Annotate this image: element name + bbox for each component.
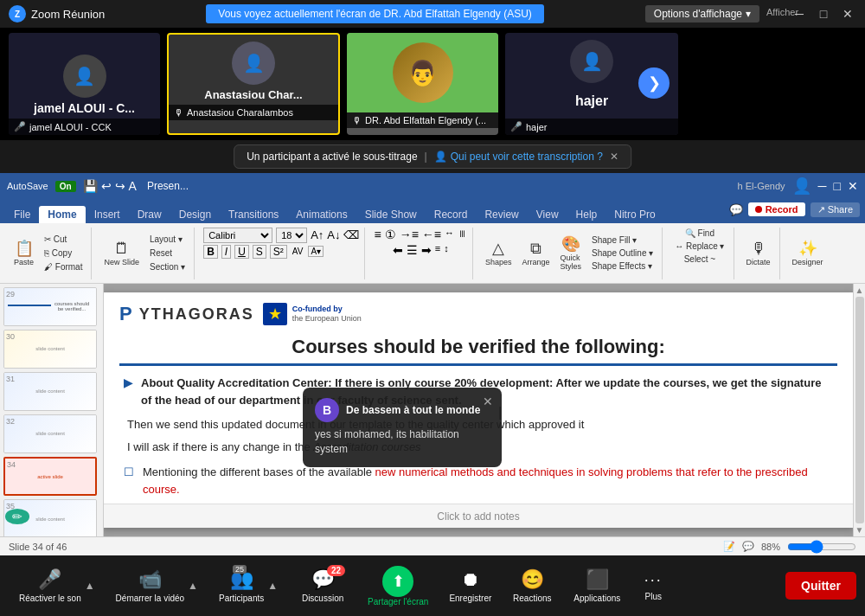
shape-fill-button[interactable]: Shape Fill ▾: [588, 234, 657, 246]
tab-view[interactable]: View: [528, 206, 567, 223]
ppt-close-button[interactable]: ✕: [848, 179, 858, 193]
share-button[interactable]: ↗ Share: [811, 202, 860, 217]
comment-icon[interactable]: 💬: [729, 203, 743, 216]
toolbar-more[interactable]: ··· Plus: [631, 566, 675, 606]
toolbar-video[interactable]: 📹 Démarrer la vidéo ▲: [106, 563, 208, 608]
numbering-button[interactable]: ①: [385, 228, 396, 241]
shadow-button[interactable]: S²: [270, 245, 287, 259]
notes-icon[interactable]: 📝: [723, 541, 735, 552]
tab-insert[interactable]: Insert: [86, 206, 129, 223]
format-painter-button[interactable]: 🖌 Format: [41, 261, 86, 273]
tab-draw[interactable]: Draw: [129, 206, 170, 223]
undo-icon[interactable]: ↩: [101, 179, 112, 193]
indent-more-button[interactable]: →≡: [400, 228, 419, 241]
autosave-toggle[interactable]: On: [55, 181, 76, 192]
toolbar-applications[interactable]: ⬛ Applications: [562, 563, 631, 608]
decrease-font-button[interactable]: A↓: [327, 228, 340, 241]
toolbar-record[interactable]: ⏺ Enregistrer: [439, 563, 502, 608]
line-spacing-button[interactable]: ↕: [444, 243, 449, 257]
format-icon[interactable]: A: [129, 179, 137, 193]
char-spacing-button[interactable]: AV: [291, 247, 305, 256]
indent-less-button[interactable]: ←≡: [422, 228, 441, 241]
who-can-see-button[interactable]: 👤 Qui peut voir cette transcription ?: [434, 151, 603, 163]
toast-close-button[interactable]: ✕: [610, 151, 618, 163]
tab-record[interactable]: Record: [426, 206, 477, 223]
participant-card-jamel[interactable]: 👤 jamel ALOUI - C... 🎤 jamel ALOUI - CCK: [9, 33, 160, 135]
toolbar-share[interactable]: ⬆ Partager l'écran: [357, 561, 439, 612]
increase-font-button[interactable]: A↑: [311, 228, 324, 241]
slide-content-area[interactable]: P YTHAGORAS ★ Co-funded by the European …: [104, 284, 853, 536]
slide-thumb-31[interactable]: 31 slide content: [3, 372, 97, 411]
close-button[interactable]: ✕: [839, 7, 856, 21]
font-size-select[interactable]: 18: [276, 228, 307, 243]
quick-styles-button[interactable]: 🎨 QuickStyles: [557, 234, 586, 273]
find-button[interactable]: 🔍 Find: [682, 228, 718, 239]
audio-expand-icon[interactable]: ▲: [85, 580, 95, 592]
save-icon[interactable]: 💾: [83, 179, 98, 193]
chat-close-button[interactable]: ✕: [483, 395, 493, 408]
tab-file[interactable]: File: [5, 206, 39, 223]
scroll-up-button[interactable]: ▲: [855, 286, 864, 295]
align-left-button[interactable]: ⬅: [393, 243, 403, 257]
vertical-scrollbar[interactable]: ▲ ▼: [853, 284, 865, 536]
columns-button[interactable]: ⫼: [458, 228, 467, 241]
tab-transitions[interactable]: Transitions: [220, 206, 287, 223]
participants-expand-icon[interactable]: ▲: [267, 580, 278, 592]
align-center-button[interactable]: ☰: [407, 243, 418, 257]
participant-card-hajer[interactable]: 👤 ❯ hajer 🎤 hajer: [505, 33, 678, 135]
justify-button[interactable]: ≡: [435, 243, 440, 257]
arrange-button[interactable]: ⧉ Arrange: [519, 239, 554, 268]
strikethrough-button[interactable]: S: [253, 245, 266, 259]
shape-outline-button[interactable]: Shape Outline ▾: [588, 247, 657, 259]
profile-icon[interactable]: 👤: [792, 176, 811, 196]
toolbar-audio[interactable]: 🎤 Réactiver le son ▲: [9, 563, 106, 608]
zoom-options-button[interactable]: Options d'affichage ▾: [645, 5, 759, 22]
layout-button[interactable]: Layout ▾: [146, 234, 189, 245]
tab-slideshow[interactable]: Slide Show: [356, 206, 426, 223]
tab-home[interactable]: Home: [39, 206, 85, 223]
minimize-button[interactable]: ─: [791, 7, 808, 21]
italic-button[interactable]: I: [221, 245, 231, 259]
copy-button[interactable]: ⎘ Copy: [41, 247, 86, 259]
quit-button[interactable]: Quitter: [785, 572, 856, 600]
select-button[interactable]: Select ~: [681, 253, 719, 265]
tab-review[interactable]: Review: [476, 206, 527, 223]
toolbar-reactions[interactable]: 😊 Reactions: [502, 563, 562, 608]
next-arrow-button[interactable]: ❯: [638, 67, 670, 99]
slide-thumb-34[interactable]: 34 active slide: [3, 457, 97, 497]
tab-nitro[interactable]: Nitro Pro: [606, 206, 663, 223]
designer-button[interactable]: ✨ Designer: [789, 239, 827, 268]
direction-button[interactable]: ↔: [445, 228, 454, 241]
slide-thumb-29[interactable]: 29 courses should be verified...: [3, 287, 97, 326]
clear-format-button[interactable]: ⌫: [343, 228, 359, 241]
tab-design[interactable]: Design: [170, 206, 220, 223]
zoom-slider[interactable]: [787, 542, 856, 552]
bold-button[interactable]: B: [203, 245, 218, 259]
zoom-show-button[interactable]: Afficher: [766, 7, 784, 21]
scroll-thumb[interactable]: [855, 297, 864, 523]
maximize-button[interactable]: □: [815, 7, 832, 21]
font-color-button[interactable]: A▾: [308, 246, 324, 257]
record-button[interactable]: Record: [748, 202, 805, 216]
paste-button[interactable]: 📋 Paste: [10, 239, 37, 268]
participant-card-anastasiou[interactable]: 👤 Anastasiou Char... 🎙 Anastasiou Charal…: [167, 33, 340, 135]
tab-help[interactable]: Help: [567, 206, 606, 223]
section-button[interactable]: Section ▾: [146, 261, 189, 273]
participant-card-dr[interactable]: 👨 🎙 DR. Abd Elfattah Elgendy (...: [347, 33, 498, 135]
toolbar-participants[interactable]: 👥 Participants 25 ▲: [208, 563, 288, 608]
underline-button[interactable]: U: [234, 245, 249, 259]
ppt-minimize-button[interactable]: ─: [818, 179, 827, 193]
cut-button[interactable]: ✂ Cut: [41, 234, 86, 245]
font-family-select[interactable]: Calibri: [203, 228, 272, 243]
ppt-restore-button[interactable]: □: [834, 179, 841, 193]
shapes-button[interactable]: △ Shapes: [482, 239, 516, 268]
tab-animations[interactable]: Animations: [287, 206, 356, 223]
redo-icon[interactable]: ↪: [115, 179, 125, 193]
bullets-button[interactable]: ≡: [374, 228, 381, 241]
slide-title[interactable]: Courses should be verified the following…: [119, 330, 837, 366]
notes-area[interactable]: Click to add notes: [104, 504, 853, 528]
slide-thumb-32[interactable]: 32 slide content: [3, 414, 97, 453]
video-expand-icon[interactable]: ▲: [188, 580, 198, 592]
edit-badge[interactable]: ✏: [5, 509, 29, 524]
dictate-button[interactable]: 🎙 Dictate: [743, 239, 774, 268]
